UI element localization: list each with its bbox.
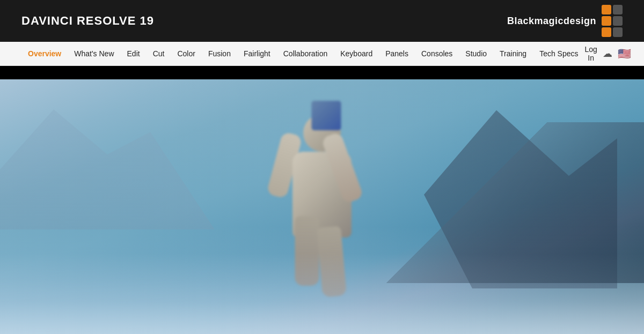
logo-square-5 [602,27,611,37]
nav-link-whats-new[interactable]: What's New [68,49,120,58]
logo-square-1 [602,5,611,14]
login-button[interactable]: Log In [585,45,597,62]
nav-item-studio[interactable]: Studio [459,49,493,58]
nav-item-keyboard[interactable]: Keyboard [334,49,379,58]
nav-link-overview[interactable]: Overview [21,49,68,58]
nav-right: Log In ☁ 🇺🇸 [585,45,631,62]
cloud-icon[interactable]: ☁ [603,48,612,60]
logo-text-bold: design [564,16,596,26]
nav-item-training[interactable]: Training [493,49,533,58]
motion-blur [0,79,644,334]
logo-square-6 [613,27,623,37]
nav-link-cut[interactable]: Cut [147,49,171,58]
flag-icon[interactable]: 🇺🇸 [618,47,631,60]
logo-square-4 [613,16,623,26]
nav-item-consoles[interactable]: Consoles [415,49,459,58]
site-title: DAVINCI RESOLVE 19 [21,14,154,28]
nav-link-training[interactable]: Training [493,49,533,58]
nav-link-consoles[interactable]: Consoles [415,49,459,58]
nav-item-edit[interactable]: Edit [121,49,147,58]
blackmagic-logo [602,5,623,37]
logo-text: Blackmagicdesign [507,16,596,27]
nav-item-whats-new[interactable]: What's New [68,49,120,58]
nav-bar: Overview What's New Edit Cut Color Fusio… [0,42,644,66]
nav-item-color[interactable]: Color [171,49,201,58]
nav-link-edit[interactable]: Edit [121,49,147,58]
nav-link-tech-specs[interactable]: Tech Specs [533,49,584,58]
nav-item-overview[interactable]: Overview [21,49,68,58]
nav-item-tech-specs[interactable]: Tech Specs [533,49,584,58]
nav-link-studio[interactable]: Studio [459,49,493,58]
nav-link-panels[interactable]: Panels [379,49,415,58]
black-band [0,66,644,79]
nav-link-fusion[interactable]: Fusion [202,49,237,58]
nav-link-color[interactable]: Color [171,49,201,58]
logo-square-3 [602,16,611,26]
header-bar: DAVINCI RESOLVE 19 Blackmagicdesign [0,0,644,42]
nav-links: Overview What's New Edit Cut Color Fusio… [21,49,585,58]
logo-container: Blackmagicdesign [507,5,623,37]
nav-item-fairlight[interactable]: Fairlight [237,49,277,58]
logo-square-2 [613,5,623,14]
nav-item-fusion[interactable]: Fusion [202,49,237,58]
hero-area [0,79,644,334]
nav-item-collaboration[interactable]: Collaboration [277,49,334,58]
nav-item-cut[interactable]: Cut [147,49,171,58]
nav-item-panels[interactable]: Panels [379,49,415,58]
nav-link-fairlight[interactable]: Fairlight [237,49,277,58]
logo-text-normal: Blackmagic [507,16,564,26]
nav-link-collaboration[interactable]: Collaboration [277,49,334,58]
nav-link-keyboard[interactable]: Keyboard [334,49,379,58]
